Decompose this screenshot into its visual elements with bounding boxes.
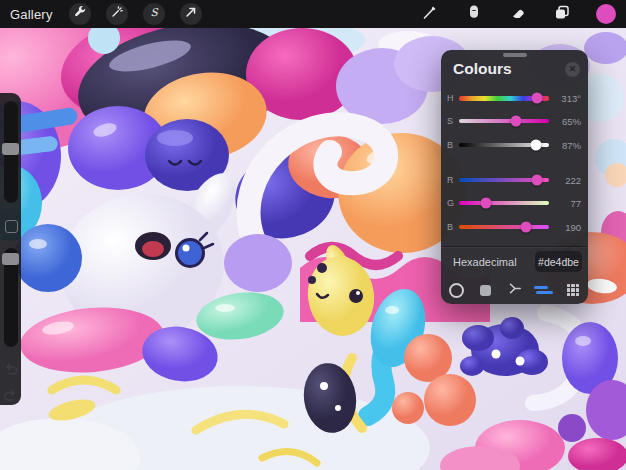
saturation-knob[interactable] [510,116,521,127]
gallery-button[interactable]: Gallery [10,7,53,22]
brush-sidebar [0,93,21,405]
paint-button[interactable] [420,4,440,24]
layers-button[interactable] [552,4,572,24]
colours-panel: Colours ✕ H 313° S 65% B 87% R [441,50,588,304]
adjustments-button[interactable] [106,3,128,25]
brightness-value: 87% [555,140,581,151]
actions-button[interactable] [69,3,91,25]
hue-label: H [447,93,457,103]
blue-value: 190 [555,222,581,233]
smudge-button[interactable] [464,4,484,24]
brush-size-handle[interactable] [2,143,19,155]
brush-icon [421,3,439,25]
hexadecimal-label: Hexadecimal [453,256,517,268]
brightness-slider[interactable] [459,143,549,147]
green-value: 77 [555,198,581,209]
hue-slider[interactable] [459,96,549,101]
palettes-grid-icon [567,284,580,297]
color-swatch-button[interactable] [596,4,616,24]
svg-text:S: S [150,6,158,18]
brightness-slider-row: B 87% [447,139,581,151]
undo-button[interactable] [3,362,18,375]
green-label: G [447,198,457,208]
saturation-slider-row: S 65% [447,115,581,127]
close-button[interactable]: ✕ [565,62,580,77]
top-toolbar: Gallery S [0,0,626,28]
hue-slider-row: H 313° [447,92,581,104]
modify-button[interactable] [5,220,18,233]
panel-drag-handle[interactable] [503,53,527,57]
colour-mode-bar [446,278,583,302]
panel-title: Colours [453,60,512,78]
saturation-slider[interactable] [459,119,549,123]
red-label: R [447,175,457,185]
eraser-button[interactable] [508,4,528,24]
blue-slider-row: B 190 [447,221,581,233]
blue-knob[interactable] [520,222,531,233]
transform-button[interactable] [180,3,202,25]
close-icon: ✕ [569,65,577,74]
blue-label: B [447,222,457,232]
classic-icon [480,285,491,296]
harmony-mode-button[interactable] [505,280,525,300]
wrench-icon [73,5,87,23]
hue-knob[interactable] [532,93,543,104]
harmony-icon [506,280,523,301]
brightness-knob[interactable] [530,140,541,151]
green-knob[interactable] [481,198,492,209]
value-mode-button[interactable] [534,280,554,300]
red-knob[interactable] [532,175,543,186]
disc-mode-button[interactable] [446,280,466,300]
eraser-icon [509,3,527,25]
transform-arrow-icon [184,5,198,23]
selection-button[interactable]: S [143,3,165,25]
magic-wand-icon [110,5,124,23]
brightness-label: B [447,140,457,150]
blue-slider[interactable] [459,225,549,229]
layers-icon [553,3,571,25]
green-slider-row: G 77 [447,197,581,209]
hue-value: 313° [555,93,581,104]
redo-button[interactable] [3,388,18,401]
procreate-window: Gallery S [0,0,626,470]
red-slider[interactable] [459,178,549,182]
smudge-finger-icon [465,3,483,25]
divider [441,246,588,247]
color-swatch [596,4,616,24]
red-slider-row: R 222 [447,174,581,186]
brush-opacity-handle[interactable] [2,253,19,265]
disc-icon [449,283,464,298]
palettes-mode-button[interactable] [563,280,583,300]
classic-mode-button[interactable] [475,280,495,300]
selection-s-icon: S [147,5,161,23]
saturation-value: 65% [555,116,581,127]
value-sliders-icon [534,286,553,295]
saturation-label: S [447,116,457,126]
green-slider[interactable] [459,201,549,205]
hex-value-field[interactable]: #de4dbe [535,251,582,272]
red-value: 222 [555,175,581,186]
